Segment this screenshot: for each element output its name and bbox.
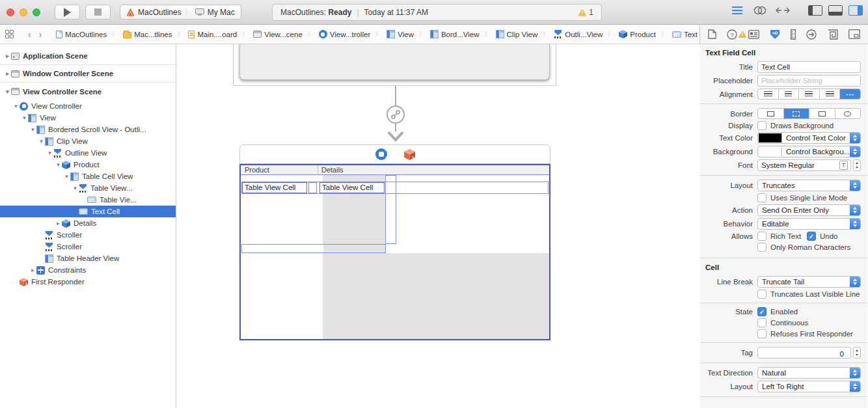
sidebar-item-text-cell[interactable]: Text Cell — [0, 206, 176, 217]
breadcrumb-view[interactable]: View — [387, 30, 414, 38]
disclosure-icon[interactable]: ▸ — [29, 267, 36, 273]
view-controller-icon[interactable] — [375, 148, 387, 160]
breadcrumb-group[interactable]: Mac...tlines — [123, 31, 172, 38]
breadcrumb-scroll-view[interactable]: Bord...View — [430, 30, 480, 38]
table-header-row[interactable]: Product Details — [241, 165, 549, 175]
sidebar-item-table-cell-view[interactable]: ▾Table Cell View — [0, 170, 176, 182]
navigator-panel-toggle[interactable] — [808, 5, 822, 16]
breadcrumb-scene[interactable]: View...cene — [253, 31, 303, 38]
align-justify-segment[interactable] — [820, 89, 841, 99]
version-editor-button[interactable] — [774, 4, 791, 17]
bindings-inspector-tab[interactable] — [828, 29, 838, 40]
refuses-first-responder-checkbox[interactable] — [757, 329, 766, 338]
font-panel-icon[interactable]: T — [839, 161, 848, 170]
sidebar-item-scroller-2[interactable]: Scroller — [0, 241, 176, 252]
inspector-panel-toggle[interactable] — [848, 5, 863, 16]
align-right-segment[interactable] — [799, 89, 820, 99]
warning-icon[interactable] — [578, 9, 586, 16]
sidebar-item-table-header-view[interactable]: Table Header View — [0, 252, 176, 264]
disclosure-icon[interactable]: ▸ — [4, 53, 11, 59]
first-responder-icon[interactable]: 1 — [404, 149, 415, 160]
enabled-checkbox[interactable]: ✓ — [757, 307, 766, 316]
warning-count[interactable]: 1 — [589, 8, 593, 17]
border-rounded-segment[interactable] — [835, 109, 861, 118]
column-header-product[interactable]: Product — [245, 166, 269, 174]
text-direction-popup[interactable]: Natural — [757, 367, 861, 379]
connections-inspector-tab[interactable] — [806, 29, 817, 40]
continuous-checkbox[interactable] — [757, 318, 766, 327]
size-inspector-tab[interactable] — [791, 29, 796, 40]
assistant-editor-button[interactable] — [752, 4, 768, 17]
sidebar-item-scroller-1[interactable]: Scroller — [0, 229, 176, 241]
sidebar-item-clip-view[interactable]: ▾Clip View — [0, 135, 176, 147]
view-controller-header[interactable]: 1 — [239, 144, 550, 164]
align-center-segment[interactable] — [779, 89, 800, 99]
action-popup[interactable]: Send On Enter Only — [757, 204, 861, 216]
sidebar-item-view-controller-scene[interactable]: ▾View Controller Scene — [0, 83, 176, 100]
align-left-segment[interactable] — [758, 89, 779, 99]
back-button[interactable]: ‹ — [25, 30, 34, 39]
border-none-segment[interactable] — [758, 109, 784, 118]
sidebar-item-view[interactable]: ▾View — [0, 112, 176, 124]
sidebar-item-first-responder[interactable]: 1First Responder — [0, 276, 176, 288]
related-items-icon[interactable] — [5, 30, 14, 38]
breadcrumb-project[interactable]: MacOutlines — [56, 31, 107, 38]
zoom-button[interactable] — [33, 8, 40, 16]
disclosure-icon[interactable]: ▾ — [29, 126, 36, 133]
sidebar-item-table-view-cell[interactable]: ▾Table View... — [0, 182, 176, 194]
rich-text-checkbox[interactable] — [757, 232, 766, 241]
column-header-details[interactable]: Details — [321, 166, 344, 174]
sidebar-item-view-controller[interactable]: ▾View Controller — [0, 100, 176, 112]
quick-help-tab[interactable]: ? — [727, 29, 737, 40]
font-stepper[interactable] — [853, 159, 861, 171]
tag-input[interactable]: 0 — [757, 347, 851, 359]
disclosure-icon[interactable]: ▾ — [4, 88, 11, 95]
debug-panel-toggle[interactable] — [828, 5, 843, 16]
disclosure-icon[interactable]: ▸ — [55, 220, 62, 226]
breadcrumb-storyboard[interactable]: Main....oard — [188, 31, 237, 38]
view-effects-inspector-tab[interactable] — [848, 29, 860, 39]
background-swatch[interactable] — [759, 147, 782, 156]
undo-checkbox[interactable]: ✓ — [807, 232, 816, 241]
breadcrumb-outline-view[interactable]: Outli...View — [554, 30, 603, 38]
breadcrumb-view-controller[interactable]: View...troller — [319, 30, 370, 38]
single-line-mode-checkbox[interactable] — [757, 193, 766, 202]
border-line-segment[interactable] — [809, 109, 835, 118]
close-button[interactable] — [7, 8, 14, 16]
forward-button[interactable]: › — [36, 30, 45, 39]
sidebar-item-constraints[interactable]: ▸Constraints — [0, 264, 176, 276]
segue-icon[interactable] — [387, 105, 405, 124]
sidebar-item-table-view-cell-cell[interactable]: Table Vie... — [0, 194, 176, 206]
placeholder-input[interactable]: Placeholder String — [757, 75, 861, 87]
line-break-popup[interactable]: Truncate Tail — [757, 276, 861, 288]
sidebar-item-scroll-view[interactable]: ▾Bordered Scroll View - Outli... — [0, 124, 176, 135]
disclosure-icon[interactable]: ▾ — [72, 185, 79, 191]
font-field[interactable]: System Regular T — [757, 159, 851, 171]
breadcrumb-column[interactable]: Product — [619, 30, 656, 38]
disclosure-icon[interactable]: ▾ — [12, 103, 20, 109]
title-input[interactable]: Text Cell — [757, 61, 861, 73]
tag-stepper[interactable] — [853, 347, 861, 359]
outline-view-canvas[interactable]: Product Details Table View Cell Table Vi… — [239, 164, 550, 340]
border-bezel-segment[interactable] — [784, 109, 810, 118]
sidebar-item-product-column[interactable]: ▾Product — [0, 159, 176, 170]
text-field-details[interactable]: Table View Cell — [319, 182, 385, 193]
draws-background-checkbox[interactable] — [757, 121, 766, 130]
run-button[interactable] — [55, 5, 80, 20]
text-field-gap[interactable] — [308, 182, 317, 193]
layout-direction-popup[interactable]: Left To Right — [757, 381, 861, 392]
breadcrumb-clip-view[interactable]: Clip View — [496, 30, 538, 38]
attributes-inspector-tab[interactable] — [770, 29, 780, 40]
text-color-swatch[interactable] — [759, 133, 782, 143]
minimize-button[interactable] — [20, 8, 27, 16]
roman-characters-checkbox[interactable] — [757, 243, 766, 252]
standard-editor-button[interactable] — [729, 4, 746, 17]
align-natural-segment[interactable]: --- — [840, 89, 860, 99]
disclosure-icon[interactable]: ▾ — [63, 173, 70, 180]
background-color-popup[interactable]: Control Backgrou... — [757, 146, 861, 157]
file-inspector-tab[interactable] — [708, 29, 716, 39]
selection-outline-row[interactable] — [241, 244, 386, 253]
sidebar-item-window-controller-scene[interactable]: ▸Window Controller Scene — [0, 65, 176, 83]
truncates-last-line-checkbox[interactable] — [757, 290, 766, 299]
window-fragment[interactable] — [239, 44, 550, 80]
